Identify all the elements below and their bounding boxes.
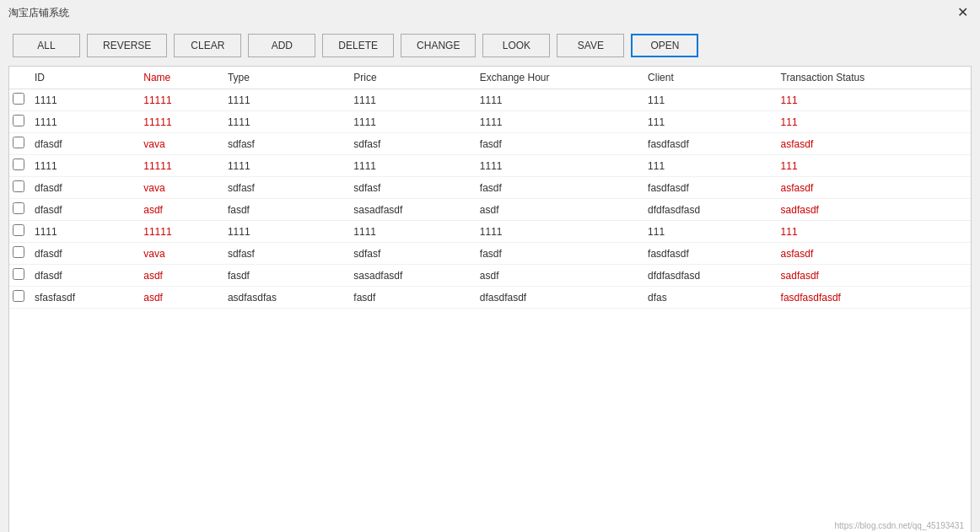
- cell-name: vava: [137, 177, 221, 199]
- table-row[interactable]: dfasdfasdffasdfsasadfasdfasdfdfdfasdfasd…: [9, 265, 971, 287]
- row-checkbox[interactable]: [13, 224, 24, 236]
- cell-client: 111: [641, 89, 774, 111]
- cell-exchange-hour: asdf: [473, 199, 641, 221]
- row-checkbox[interactable]: [13, 268, 24, 280]
- clear-button[interactable]: CLEAR: [174, 34, 241, 57]
- row-checkbox[interactable]: [13, 246, 24, 258]
- cell-client: dfas: [641, 287, 774, 309]
- cell-transaction-status: asfasdf: [774, 177, 971, 199]
- all-button[interactable]: ALL: [13, 34, 80, 57]
- cell-type: 1111: [221, 221, 347, 243]
- cell-type: fasdf: [221, 265, 347, 287]
- table-body: 1111111111111111111111111111111111111111…: [9, 89, 971, 309]
- cell-name: 11111: [137, 89, 221, 111]
- cell-id: 1111: [28, 89, 137, 111]
- header-checkbox: [9, 67, 28, 89]
- cell-price: sdfasf: [347, 243, 472, 265]
- row-checkbox[interactable]: [13, 137, 24, 148]
- cell-type: 1111: [221, 89, 347, 111]
- cell-name: vava: [137, 133, 221, 155]
- cell-transaction-status: sadfasdf: [774, 199, 971, 221]
- cell-price: sasadfasdf: [347, 265, 472, 287]
- cell-id: dfasdf: [28, 199, 137, 221]
- header-price: Price: [347, 67, 472, 89]
- cell-transaction-status: 111: [774, 221, 971, 243]
- cell-name: 11111: [137, 155, 221, 177]
- table-row[interactable]: dfasdfvavasdfasfsdfasffasdffasdfasdfasfa…: [9, 133, 971, 155]
- look-button[interactable]: LOOK: [482, 34, 550, 57]
- cell-transaction-status: 111: [774, 155, 971, 177]
- save-button[interactable]: SAVE: [557, 34, 624, 57]
- table-row[interactable]: sfasfasdfasdfasdfasdfasfasdfdfasdfasdfdf…: [9, 287, 971, 309]
- row-checkbox[interactable]: [13, 202, 24, 214]
- table-row[interactable]: 111111111111111111111111111: [9, 111, 971, 133]
- cell-exchange-hour: 1111: [473, 89, 641, 111]
- cell-transaction-status: fasdfasdfasdf: [774, 287, 971, 309]
- cell-price: 1111: [347, 155, 472, 177]
- change-button[interactable]: CHANGE: [401, 34, 476, 57]
- cell-client: fasdfasdf: [641, 177, 774, 199]
- cell-transaction-status: asfasdf: [774, 133, 971, 155]
- close-button[interactable]: ✕: [954, 4, 972, 21]
- cell-type: sdfasf: [221, 177, 347, 199]
- open-button[interactable]: OPEN: [631, 34, 698, 57]
- cell-type: asdfasdfas: [221, 287, 347, 309]
- cell-name: asdf: [137, 199, 221, 221]
- cell-transaction-status: 111: [774, 89, 971, 111]
- cell-price: fasdf: [347, 287, 472, 309]
- row-checkbox[interactable]: [13, 180, 24, 192]
- cell-price: sdfasf: [347, 133, 472, 155]
- table-row[interactable]: dfasdfasdffasdfsasadfasdfasdfdfdfasdfasd…: [9, 199, 971, 221]
- cell-id: dfasdf: [28, 243, 137, 265]
- cell-name: vava: [137, 243, 221, 265]
- cell-id: dfasdf: [28, 133, 137, 155]
- table-row[interactable]: dfasdfvavasdfasfsdfasffasdffasdfasdfasfa…: [9, 243, 971, 265]
- cell-exchange-hour: 1111: [473, 155, 641, 177]
- header-client: Client: [641, 67, 774, 89]
- data-table: ID Name Type Price Exchange Hour Client …: [9, 67, 971, 309]
- cell-price: sdfasf: [347, 177, 472, 199]
- cell-exchange-hour: 1111: [473, 111, 641, 133]
- cell-type: 1111: [221, 155, 347, 177]
- add-button[interactable]: ADD: [248, 34, 315, 57]
- row-checkbox[interactable]: [13, 115, 24, 126]
- cell-type: 1111: [221, 111, 347, 133]
- cell-name: 11111: [137, 111, 221, 133]
- row-checkbox[interactable]: [13, 290, 24, 302]
- delete-button[interactable]: DELETE: [322, 34, 394, 57]
- cell-id: dfasdf: [28, 265, 137, 287]
- cell-transaction-status: 111: [774, 111, 971, 133]
- cell-price: 1111: [347, 89, 472, 111]
- row-checkbox[interactable]: [13, 93, 24, 105]
- header-exchange-hour: Exchange Hour: [473, 67, 641, 89]
- cell-name: 11111: [137, 221, 221, 243]
- watermark: https://blog.csdn.net/qq_45193431: [835, 521, 964, 530]
- cell-exchange-hour: dfasdfasdf: [473, 287, 641, 309]
- cell-client: fasdfasdf: [641, 243, 774, 265]
- table-header: ID Name Type Price Exchange Hour Client …: [9, 67, 971, 89]
- cell-type: fasdf: [221, 199, 347, 221]
- header-transaction-status: Transaction Status: [774, 67, 971, 89]
- window-title: 淘宝店铺系统: [8, 6, 69, 20]
- cell-client: 111: [641, 155, 774, 177]
- header-id: ID: [28, 67, 137, 89]
- cell-price: 1111: [347, 111, 472, 133]
- table-row[interactable]: 111111111111111111111111111: [9, 89, 971, 111]
- cell-id: 1111: [28, 221, 137, 243]
- header-type: Type: [221, 67, 347, 89]
- table-row[interactable]: 111111111111111111111111111: [9, 221, 971, 243]
- cell-id: 1111: [28, 155, 137, 177]
- row-checkbox[interactable]: [13, 159, 24, 170]
- main-area[interactable]: ID Name Type Price Exchange Hour Client …: [8, 66, 972, 532]
- table-row[interactable]: dfasdfvavasdfasfsdfasffasdffasdfasdfasfa…: [9, 177, 971, 199]
- table-row[interactable]: 111111111111111111111111111: [9, 155, 971, 177]
- cell-exchange-hour: asdf: [473, 265, 641, 287]
- cell-exchange-hour: 1111: [473, 221, 641, 243]
- reverse-button[interactable]: REVERSE: [87, 34, 167, 57]
- cell-type: sdfasf: [221, 243, 347, 265]
- cell-exchange-hour: fasdf: [473, 133, 641, 155]
- cell-id: sfasfasdf: [28, 287, 137, 309]
- cell-id: dfasdf: [28, 177, 137, 199]
- cell-id: 1111: [28, 111, 137, 133]
- cell-exchange-hour: fasdf: [473, 243, 641, 265]
